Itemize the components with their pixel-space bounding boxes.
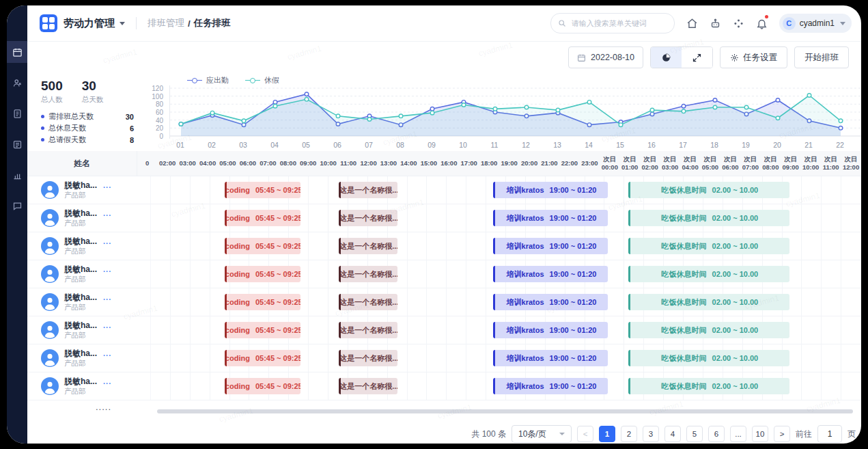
horizontal-scrollbar[interactable] (157, 409, 853, 413)
employee-cell[interactable]: 脱敏ha......产品部 (27, 288, 151, 316)
goto-page-input[interactable] (817, 425, 842, 443)
sidebar-staff-icon[interactable] (7, 72, 27, 94)
sidebar-report-icon[interactable] (7, 103, 27, 124)
task-bar-maroon[interactable]: 这是一个名称很... (339, 322, 397, 338)
grid-cell (604, 288, 624, 316)
app-logo-icon[interactable] (40, 14, 57, 32)
sidebar-stats-icon[interactable] (7, 164, 27, 186)
app-title-caret-icon[interactable] (120, 22, 125, 25)
page-size-select[interactable]: 10条/页 (512, 425, 572, 443)
page-button[interactable]: 10 (752, 426, 768, 442)
grid-cell (841, 176, 861, 204)
task-bar-maroon[interactable]: 这是一个名称很... (339, 182, 397, 198)
next-day-label: 次日 (624, 155, 636, 163)
menu-search-box[interactable] (550, 13, 675, 33)
row-more-button[interactable]: ... (103, 349, 111, 358)
task-label: 这是一个名称很... (339, 269, 397, 280)
task-settings-button[interactable]: 任务设置 (720, 46, 787, 68)
next-page-button[interactable]: > (774, 426, 790, 442)
prev-page-button[interactable]: < (577, 426, 593, 442)
task-bar-blue[interactable]: 培训kratos19:00 ~ 01:20 (493, 322, 607, 338)
task-bar-teal[interactable]: 吃饭休息时间02.00 ~ 10.00 (628, 266, 789, 282)
employee-cell[interactable]: 脱敏ha......产品部 (27, 176, 151, 204)
task-bar-maroon[interactable]: 这是一个名称很... (339, 266, 397, 282)
page-button[interactable]: 5 (686, 426, 703, 442)
legend-item-vacation[interactable]: 休假 (245, 75, 279, 85)
chart-view-toggle[interactable] (651, 47, 682, 68)
employee-cell[interactable]: 脱敏ha......产品部 (27, 344, 151, 372)
task-bar-teal[interactable]: 吃饭休息时间02.00 ~ 10.00 (628, 238, 789, 254)
search-input[interactable] (570, 18, 667, 28)
task-bar-blue[interactable]: 培训kratos19:00 ~ 01:20 (493, 238, 607, 254)
task-bar-teal[interactable]: 吃饭休息时间02.00 ~ 10.00 (628, 322, 789, 338)
employee-cell[interactable]: 脱敏ha......产品部 (27, 372, 151, 400)
task-bar-blue[interactable]: 培训kratos19:00 ~ 01:20 (493, 266, 607, 282)
task-bar-red[interactable]: coding05:45 ~ 09:25 (225, 210, 300, 226)
user-avatar: C (783, 17, 796, 30)
page-button[interactable]: 3 (643, 426, 659, 442)
grid-cell (408, 204, 428, 232)
employee-name: 脱敏ha...... (64, 180, 111, 190)
grid-cell (802, 232, 822, 260)
task-bar-teal[interactable]: 吃饭休息时间02.00 ~ 10.00 (628, 350, 789, 366)
grid-cell (466, 232, 486, 260)
task-bar-red[interactable]: coding05:45 ~ 09:25 (225, 294, 300, 310)
task-bar-red[interactable]: coding05:45 ~ 09:25 (225, 182, 300, 198)
sidebar-message-icon[interactable] (7, 195, 27, 217)
user-menu[interactable]: C cyadmin1 (779, 14, 852, 33)
row-more-button[interactable]: ... (103, 377, 111, 386)
task-bar-teal[interactable]: 吃饭休息时间02.00 ~ 10.00 (628, 294, 789, 310)
page-button[interactable]: 4 (664, 426, 681, 442)
row-more-button[interactable]: ... (103, 265, 111, 274)
employee-cell[interactable]: 脱敏ha......产品部 (27, 260, 151, 288)
x-tick-label: 19 (742, 141, 750, 149)
task-bar-maroon[interactable]: 这是一个名称很... (339, 378, 397, 394)
home-icon[interactable] (686, 18, 698, 29)
task-bar-teal[interactable]: 吃饭休息时间02.00 ~ 10.00 (628, 378, 789, 394)
time-column-header: 次日12:00 (841, 151, 860, 176)
app-title[interactable]: 劳动力管理 (64, 17, 115, 30)
task-bar-red[interactable]: coding05:45 ~ 09:25 (225, 378, 300, 394)
employee-cell[interactable]: 脱敏ha......产品部 (27, 316, 151, 344)
task-bar-maroon[interactable]: 这是一个名称很... (339, 210, 397, 226)
task-bar-blue[interactable]: 培训kratos19:00 ~ 01:20 (493, 294, 607, 310)
task-bar-red[interactable]: coding05:45 ~ 09:25 (225, 238, 300, 254)
task-bar-teal[interactable]: 吃饭休息时间02.00 ~ 10.00 (628, 210, 789, 226)
employee-cell[interactable]: 脱敏ha......产品部 (27, 204, 151, 232)
task-bar-blue[interactable]: 培训kratos19:00 ~ 01:20 (493, 210, 607, 226)
sidebar-document-icon[interactable] (7, 133, 27, 155)
task-bar-maroon[interactable]: 这是一个名称很... (339, 294, 397, 310)
breadcrumb-parent[interactable]: 排班管理 (148, 17, 184, 29)
page-ellipsis-button[interactable]: ... (730, 426, 746, 442)
page-button[interactable]: 2 (621, 426, 637, 442)
date-picker[interactable]: 2022-08-10 (568, 46, 643, 68)
grid-cell (466, 316, 486, 344)
apps-icon[interactable] (733, 18, 744, 29)
robot-icon[interactable] (710, 18, 721, 29)
task-bar-red[interactable]: coding05:45 ~ 09:25 (225, 266, 300, 282)
row-more-button[interactable]: ... (103, 293, 111, 302)
task-bar-red[interactable]: coding05:45 ~ 09:25 (225, 350, 300, 366)
task-bar-maroon[interactable]: 这是一个名称很... (339, 238, 397, 254)
page-button[interactable]: 6 (708, 426, 725, 442)
x-tick-label: 17 (679, 141, 687, 149)
row-more-button[interactable]: ... (103, 209, 111, 218)
task-bar-teal[interactable]: 吃饭休息时间02.00 ~ 10.00 (628, 182, 789, 198)
task-label: coding (225, 242, 250, 250)
page-button[interactable]: 1 (599, 426, 615, 442)
task-bar-maroon[interactable]: 这是一个名称很... (339, 350, 397, 366)
start-scheduling-button[interactable]: 开始排班 (794, 46, 849, 68)
row-more-button[interactable]: ... (103, 181, 111, 190)
employee-cell[interactable]: 脱敏ha......产品部 (27, 232, 151, 260)
task-bar-blue[interactable]: 培训kratos19:00 ~ 01:20 (493, 350, 607, 366)
task-bar-red[interactable]: coding05:45 ~ 09:25 (225, 322, 300, 338)
bell-icon[interactable] (756, 18, 768, 29)
task-bar-blue[interactable]: 培训kratos19:00 ~ 01:20 (493, 378, 607, 394)
fullscreen-toggle[interactable] (682, 47, 712, 68)
table-body: 脱敏ha......产品部coding05:45 ~ 09:25这是一个名称很.… (27, 176, 861, 400)
task-bar-blue[interactable]: 培训kratos19:00 ~ 01:20 (493, 182, 607, 198)
sidebar-schedule-icon[interactable] (7, 41, 27, 63)
row-more-button[interactable]: ... (103, 237, 111, 246)
legend-item-attendance[interactable]: 应出勤 (187, 75, 229, 85)
row-more-button[interactable]: ... (103, 321, 111, 330)
